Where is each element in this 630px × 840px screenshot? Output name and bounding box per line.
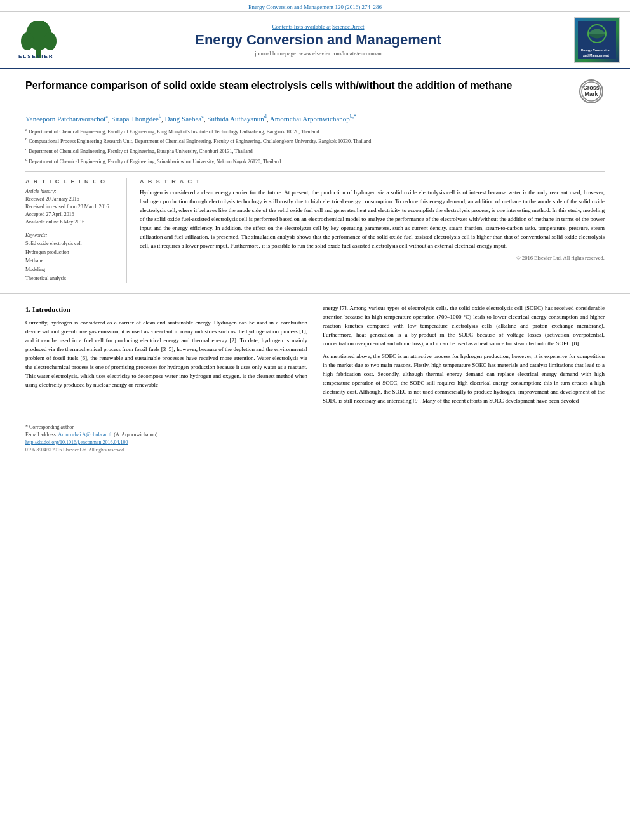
affiliation-b: b Computational Process Engineering Rese… [25, 136, 605, 145]
author-2: Sirapa Thongdee [111, 115, 159, 123]
affiliation-a: a Department of Chemical Engineering, Fa… [25, 126, 605, 136]
article-title-text: Performance comparison of solid oxide st… [25, 79, 573, 93]
abstract-text: Hydrogen is considered a clean energy ca… [140, 189, 605, 251]
authors-line: Yaneeporn Patcharavorachota, Sirapa Thon… [25, 114, 605, 123]
author-5: Amornchai Arpornwichanop [270, 115, 350, 123]
article-info-header: A R T I C L E I N F O [25, 178, 119, 185]
journal-header: ELSEVIER Contents lists available at Sci… [0, 12, 630, 69]
article-title: Performance comparison of solid oxide st… [25, 79, 573, 93]
journal-citation-text: Energy Conversion and Management 120 (20… [248, 4, 382, 10]
abstract-column: A B S T R A C T Hydrogen is considered a… [140, 178, 605, 283]
svg-text:and Management: and Management [583, 53, 609, 57]
history-accepted: Accepted 27 April 2016 [25, 211, 119, 218]
issn-line: 0196-8904/© 2016 Elsevier Ltd. All right… [25, 447, 605, 453]
elsevier-logo-area: ELSEVIER [10, 21, 67, 59]
ecm-logo: Energy Conversion and Management [574, 17, 620, 63]
abstract-header: A B S T R A C T [140, 178, 605, 185]
article-body: 1. Introduction Currently, hydrogen is c… [0, 293, 630, 419]
author-1-sup: a [105, 114, 108, 119]
email-suffix: (A. Arpornwichanop). [114, 432, 159, 437]
article-info-column: A R T I C L E I N F O Article history: R… [25, 178, 127, 283]
contents-available: Contents lists available at ScienceDirec… [74, 23, 563, 30]
svg-text:Cross: Cross [583, 84, 600, 91]
affiliation-d: d Department of Chemical Engineering, Fa… [25, 156, 605, 166]
keywords-section: Keywords: Solid oxide electrolysis cell … [25, 232, 119, 283]
history-received: Received 20 January 2016 [25, 196, 119, 203]
author-3-sup: c [201, 114, 204, 119]
author-4: Suthida Authayanun [207, 115, 264, 123]
crossmark-badge: Cross Mark [579, 79, 605, 105]
ecm-logo-icon: Energy Conversion and Management [578, 21, 616, 59]
body-para-1: Currently, hydrogen is considered as a c… [25, 319, 307, 390]
sciencedirect-link[interactable]: ScienceDirect [332, 23, 364, 30]
copyright-line: © 2016 Elsevier Ltd. All rights reserved… [140, 255, 605, 261]
keywords-list: Solid oxide electrolysis cell Hydrogen p… [25, 239, 119, 283]
section-1-title: 1. Introduction [25, 304, 307, 315]
elsevier-tree-icon: ELSEVIER [16, 21, 62, 59]
journal-title: Energy Conversion and Management [74, 32, 563, 48]
svg-text:Mark: Mark [584, 91, 598, 97]
history-revised: Received in revised form 28 March 2016 [25, 203, 119, 211]
page-footer: * Corresponding author. E-mail address: … [0, 420, 630, 457]
author-2-sup: b [159, 114, 161, 119]
journal-citation-bar: Energy Conversion and Management 120 (20… [0, 0, 630, 12]
journal-homepage: journal homepage: www.elsevier.com/locat… [74, 50, 563, 57]
article-title-section: Performance comparison of solid oxide st… [25, 79, 605, 107]
article-history: Article history: Received 20 January 201… [25, 189, 119, 226]
keyword-5: Theoretical analysis [25, 274, 119, 283]
author-1: Yaneeporn Patcharavorachot [25, 115, 105, 123]
email-note: E-mail address: Amornchai.A@chula.ac.th … [25, 432, 605, 437]
keyword-2: Hydrogen production [25, 248, 119, 257]
article-info-abstract: A R T I C L E I N F O Article history: R… [25, 171, 605, 283]
history-title: Article history: [25, 189, 119, 194]
svg-text:ELSEVIER: ELSEVIER [18, 53, 54, 59]
corresponding-label: * Corresponding author. [25, 424, 75, 430]
doi-link[interactable]: http://dx.doi.org/10.1016/j.enconman.201… [25, 439, 128, 445]
journal-title-area: Contents lists available at ScienceDirec… [74, 23, 563, 57]
svg-text:Energy Conversion: Energy Conversion [581, 48, 610, 52]
keyword-4: Modeling [25, 265, 119, 274]
affiliations: a Department of Chemical Engineering, Fa… [25, 126, 605, 166]
ecm-logo-area: Energy Conversion and Management [569, 17, 620, 63]
history-online: Available online 6 May 2016 [25, 218, 119, 226]
body-para-2: energy [7]. Among various types of elect… [323, 304, 605, 349]
keyword-1: Solid oxide electrolysis cell [25, 239, 119, 248]
affiliation-c: c Department of Chemical Engineering, Fa… [25, 146, 605, 156]
svg-point-3 [44, 32, 57, 50]
corresponding-author-note: * Corresponding author. [25, 424, 605, 430]
svg-point-2 [21, 32, 34, 50]
keywords-title: Keywords: [25, 232, 119, 238]
article-content: Performance comparison of solid oxide st… [0, 69, 630, 293]
crossmark-circle: Cross Mark [579, 79, 603, 103]
author-email[interactable]: Amornchai.A@chula.ac.th [58, 432, 113, 437]
email-label: E-mail address: [25, 432, 57, 437]
doi-note: http://dx.doi.org/10.1016/j.enconman.201… [25, 439, 605, 445]
body-column-left: 1. Introduction Currently, hydrogen is c… [25, 304, 307, 409]
body-para-3: As mentioned above, the SOEC is an attra… [323, 352, 605, 406]
body-two-columns: 1. Introduction Currently, hydrogen is c… [25, 304, 605, 409]
keyword-3: Methane [25, 257, 119, 265]
author-5-sup: b,* [350, 114, 356, 119]
body-column-right: energy [7]. Among various types of elect… [323, 304, 605, 409]
crossmark-icon: Cross Mark [580, 81, 602, 102]
author-3: Dang Saebea [164, 115, 201, 123]
author-4-sup: d [264, 114, 267, 119]
